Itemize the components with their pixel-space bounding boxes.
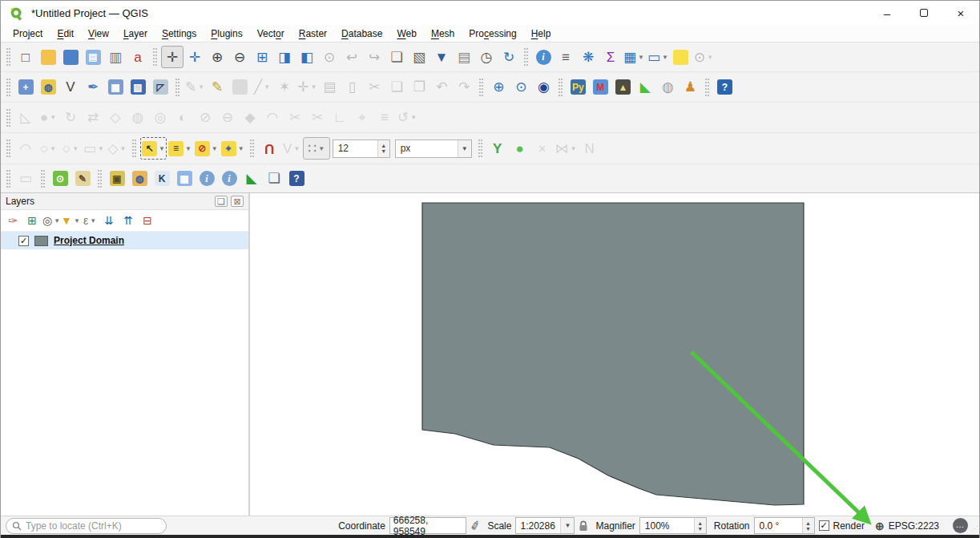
menu-vector[interactable]: Vector: [250, 26, 292, 41]
menu-view[interactable]: View: [81, 26, 116, 41]
osm-uploader-button[interactable]: ♟: [679, 76, 701, 99]
menu-edit[interactable]: Edit: [50, 26, 81, 41]
collapse-all-button[interactable]: ⇈: [119, 211, 138, 230]
minimize-button[interactable]: –: [869, 1, 905, 25]
deselect-features-dropdown-icon[interactable]: ▼: [212, 145, 218, 152]
new-project-button[interactable]: □: [14, 46, 37, 68]
new-shapefile-layer-button[interactable]: V: [59, 76, 82, 99]
map-canvas[interactable]: [250, 193, 979, 516]
flo2d-grid-info-button[interactable]: i: [196, 168, 218, 190]
crs-globe-icon[interactable]: ⊕: [875, 520, 885, 532]
attribute-table-button[interactable]: ▦▼: [622, 46, 646, 68]
flo2d-profile-tool-button[interactable]: ◣: [240, 168, 263, 190]
flo2d-report-button[interactable]: ❏: [263, 168, 285, 190]
enable-snapping-button[interactable]: U: [258, 137, 280, 160]
terrain-analysis-button[interactable]: ▲: [611, 76, 634, 99]
current-edits-dropdown-icon[interactable]: ▼: [198, 83, 204, 91]
new-spatial-bookmark-button[interactable]: ▼: [430, 46, 453, 68]
save-project-button[interactable]: [59, 46, 82, 68]
open-layer-styling-button[interactable]: ✑: [3, 211, 22, 230]
python-console-button[interactable]: Py: [567, 76, 589, 99]
rotation-spinbox[interactable]: 0.0 ° ▲▼: [754, 517, 815, 534]
add-group-button[interactable]: ⊞: [22, 211, 42, 230]
new-3d-map-view-button[interactable]: ▧: [408, 46, 430, 68]
search-input[interactable]: [26, 520, 160, 532]
new-spatialite-layer-button[interactable]: ▦: [104, 76, 127, 99]
chevron-down-icon[interactable]: ▼: [560, 518, 574, 533]
flo2d-grid-table-button[interactable]: ▦: [173, 168, 196, 190]
remove-layer-button[interactable]: ⊟: [138, 211, 157, 230]
select-features-by-value-dropdown-icon[interactable]: ▼: [185, 145, 192, 152]
new-raster-layer-button[interactable]: ▨: [127, 76, 149, 99]
metasearch-new-connection-button[interactable]: ⊕: [487, 76, 510, 99]
grid-snapping-dropdown-icon[interactable]: ▼: [318, 145, 325, 152]
flo2d-setup-button[interactable]: ▣: [106, 168, 128, 190]
add-rectangle-dropdown-icon[interactable]: ▼: [98, 145, 104, 152]
measure-line-dropdown-icon[interactable]: ▼: [662, 54, 668, 61]
pan-to-selection-button[interactable]: ✛: [183, 46, 206, 68]
panel-close-icon[interactable]: ⊠: [231, 196, 244, 207]
zoom-in-button[interactable]: ⊕: [206, 46, 228, 68]
close-button[interactable]: ×: [942, 1, 979, 25]
web-services-button[interactable]: ◍: [656, 76, 679, 99]
layer-visibility-checkbox[interactable]: ✓: [18, 236, 29, 246]
statistical-summary-button[interactable]: Σ: [599, 46, 622, 68]
style-manager-button[interactable]: a: [127, 46, 149, 68]
flo2d-import-button[interactable]: ◍: [128, 168, 151, 190]
manage-map-themes-button[interactable]: ◎▼: [42, 211, 61, 230]
grid-snapping-button[interactable]: ∷▼: [303, 137, 330, 160]
spinner-arrows-icon[interactable]: ▲▼: [802, 518, 814, 533]
select-by-location-dropdown-icon[interactable]: ▼: [238, 145, 244, 152]
pan-map-button[interactable]: ✛: [161, 46, 183, 68]
filter-legend-dropdown-icon[interactable]: ▼: [74, 217, 80, 225]
osm-place-search-button[interactable]: ◉: [532, 76, 555, 99]
query-tool-dropdown-icon[interactable]: ▼: [707, 54, 713, 61]
flo2d-grid-tools-button[interactable]: K: [151, 168, 173, 190]
menu-raster[interactable]: Raster: [292, 26, 334, 41]
resize-grip[interactable]: ⋰: [971, 528, 978, 534]
extents-toggle-icon[interactable]: ✐: [469, 517, 482, 534]
move-feature-dropdown-icon[interactable]: ▼: [50, 114, 56, 121]
refresh-map-button[interactable]: ↻: [498, 46, 520, 68]
select-features-button[interactable]: ↖▼: [140, 137, 167, 160]
messages-icon[interactable]: …: [953, 518, 968, 533]
open-project-button[interactable]: [37, 46, 59, 68]
menu-settings[interactable]: Settings: [155, 26, 204, 41]
processing-toolbox-button[interactable]: ❋: [577, 46, 599, 68]
add-ellipse-dropdown-icon[interactable]: ▼: [72, 145, 79, 152]
map-tips-button[interactable]: [670, 46, 692, 68]
coordinate-field[interactable]: 666258, 958549: [389, 517, 466, 534]
zoom-to-area-button[interactable]: ⊙: [49, 168, 71, 190]
grass-tools-button[interactable]: M: [589, 76, 611, 99]
menu-web[interactable]: Web: [389, 26, 423, 41]
flo2d-help-button[interactable]: ?: [285, 168, 308, 190]
maximize-button[interactable]: [905, 1, 942, 25]
menu-database[interactable]: Database: [334, 26, 389, 41]
new-virtual-layer-button[interactable]: ◍: [37, 76, 59, 99]
menu-plugins[interactable]: Plugins: [204, 26, 249, 41]
menu-mesh[interactable]: Mesh: [424, 26, 462, 41]
topological-editing-button[interactable]: Y: [486, 137, 509, 160]
rotate-point-symbols-dropdown-icon[interactable]: ▼: [410, 114, 417, 121]
digitize-with-segment-dropdown-icon[interactable]: ▼: [264, 83, 270, 91]
spinner-arrows-icon[interactable]: ▲▼: [377, 140, 389, 157]
snap-tolerance-spinbox[interactable]: 12 ▲▼: [333, 140, 390, 158]
layer-row[interactable]: ✓Project Domain: [1, 232, 248, 249]
lock-icon[interactable]: [579, 520, 588, 532]
filter-legend-button[interactable]: ▼▼: [61, 211, 80, 230]
render-checkbox[interactable]: ✓: [819, 520, 829, 531]
add-regular-polygon-dropdown-icon[interactable]: ▼: [120, 145, 127, 152]
avoid-overlap-button[interactable]: ●: [509, 137, 531, 160]
profile-shading-tool-button[interactable]: ◣: [634, 76, 656, 99]
toggle-editing-button[interactable]: ✎: [206, 76, 228, 99]
snap-units-combo[interactable]: px ▼: [395, 140, 472, 158]
show-layout-manager-button[interactable]: ▥: [104, 46, 127, 68]
expand-all-button[interactable]: ⇊: [99, 211, 119, 230]
select-by-location-button[interactable]: ⌖▼: [220, 137, 246, 160]
layer-name[interactable]: Project Domain: [54, 235, 124, 246]
snap-mode-dropdown-icon[interactable]: ▼: [571, 145, 577, 152]
deselect-features-button[interactable]: ⊘▼: [193, 137, 220, 160]
menu-project[interactable]: Project: [6, 26, 50, 41]
zoom-to-layer-button[interactable]: ◨: [273, 46, 296, 68]
identify-features-button[interactable]: i: [532, 46, 555, 68]
